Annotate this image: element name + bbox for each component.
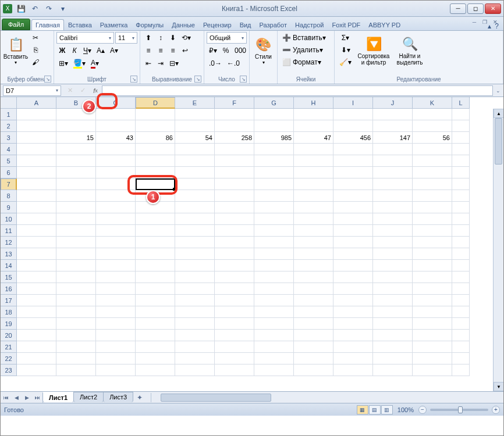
cell-F10[interactable] xyxy=(215,213,254,225)
alignment-launcher[interactable]: ↘ xyxy=(194,76,201,83)
cell-K12[interactable] xyxy=(413,237,452,248)
cell-I7[interactable] xyxy=(333,178,373,190)
scroll-down-button[interactable]: ▼ xyxy=(494,382,503,391)
hscroll-thumb[interactable] xyxy=(161,394,271,402)
cell-L23[interactable] xyxy=(452,364,470,376)
cell-L13[interactable] xyxy=(452,248,470,260)
cell-F2[interactable] xyxy=(215,120,254,132)
cell-K9[interactable] xyxy=(413,202,452,213)
cell-L8[interactable] xyxy=(452,190,470,202)
font-launcher[interactable]: ↘ xyxy=(130,76,137,83)
align-right-button[interactable]: ≡ xyxy=(167,45,179,56)
cell-H8[interactable] xyxy=(294,190,333,202)
cell-D20[interactable] xyxy=(136,330,175,341)
ribbon-tab-2[interactable]: Разметка xyxy=(96,19,132,30)
cell-K14[interactable] xyxy=(413,260,452,271)
cell-D14[interactable] xyxy=(136,260,175,271)
cell-L19[interactable] xyxy=(452,318,470,330)
cell-F6[interactable] xyxy=(215,167,254,178)
cell-L17[interactable] xyxy=(452,295,470,306)
cell-G7[interactable] xyxy=(254,178,294,190)
cell-J2[interactable] xyxy=(373,120,413,132)
ribbon-tab-6[interactable]: Вид xyxy=(236,19,255,30)
cell-I1[interactable] xyxy=(333,109,373,120)
cell-C17[interactable] xyxy=(96,295,136,306)
cell-L14[interactable] xyxy=(452,260,470,271)
cell-H16[interactable] xyxy=(294,283,333,295)
cell-D22[interactable] xyxy=(136,353,175,364)
cell-F22[interactable] xyxy=(215,353,254,364)
cell-B23[interactable] xyxy=(56,364,96,376)
cell-A10[interactable] xyxy=(17,213,56,225)
cell-E21[interactable] xyxy=(175,341,215,353)
cell-F20[interactable] xyxy=(215,330,254,341)
cell-K8[interactable] xyxy=(413,190,452,202)
cancel-formula-button[interactable]: ✕ xyxy=(63,85,76,96)
row-header-5[interactable]: 5 xyxy=(1,155,17,167)
comma-button[interactable]: 000 xyxy=(232,45,249,56)
zoom-level[interactable]: 100% xyxy=(397,406,414,413)
ribbon-tab-7[interactable]: Разработ xyxy=(255,19,291,30)
cell-K16[interactable] xyxy=(413,283,452,295)
cell-L2[interactable] xyxy=(452,120,470,132)
col-header-K[interactable]: K xyxy=(413,97,452,109)
ribbon-tab-3[interactable]: Формулы xyxy=(132,19,168,30)
ribbon-tab-0[interactable]: Главная xyxy=(31,19,64,30)
cell-G9[interactable] xyxy=(254,202,294,213)
cell-A23[interactable] xyxy=(17,364,56,376)
cell-G17[interactable] xyxy=(254,295,294,306)
decrease-indent-button[interactable]: ⇤ xyxy=(143,58,154,69)
cell-H14[interactable] xyxy=(294,260,333,271)
increase-indent-button[interactable]: ⇥ xyxy=(155,58,166,69)
enter-formula-button[interactable]: ✓ xyxy=(76,85,89,96)
cell-I11[interactable] xyxy=(333,225,373,237)
merge-button[interactable]: ⊟▾ xyxy=(167,58,181,69)
cell-A16[interactable] xyxy=(17,283,56,295)
cell-A17[interactable] xyxy=(17,295,56,306)
cell-E6[interactable] xyxy=(175,167,215,178)
row-header-8[interactable]: 8 xyxy=(1,190,17,202)
align-center-button[interactable]: ≡ xyxy=(155,45,166,56)
mdi-minimize[interactable]: ─ xyxy=(470,18,479,26)
row-header-11[interactable]: 11 xyxy=(1,225,17,237)
cell-G19[interactable] xyxy=(254,318,294,330)
ribbon-tab-5[interactable]: Рецензир xyxy=(199,19,236,30)
cell-A15[interactable] xyxy=(17,271,56,283)
cell-D17[interactable] xyxy=(136,295,175,306)
cell-K18[interactable] xyxy=(413,306,452,318)
cell-B5[interactable] xyxy=(56,155,96,167)
cell-G21[interactable] xyxy=(254,341,294,353)
cell-C21[interactable] xyxy=(96,341,136,353)
cell-E18[interactable] xyxy=(175,306,215,318)
sheet-prev-button[interactable]: ◀ xyxy=(11,392,22,403)
cell-I19[interactable] xyxy=(333,318,373,330)
cell-F15[interactable] xyxy=(215,271,254,283)
col-header-F[interactable]: F xyxy=(215,97,254,109)
cell-I15[interactable] xyxy=(333,271,373,283)
cell-B21[interactable] xyxy=(56,341,96,353)
cell-J7[interactable] xyxy=(373,178,413,190)
styles-button[interactable]: 🎨 Стили ▾ xyxy=(252,32,275,70)
cell-L4[interactable] xyxy=(452,144,470,155)
zoom-slider[interactable] xyxy=(430,409,488,411)
cell-A5[interactable] xyxy=(17,155,56,167)
row-header-12[interactable]: 12 xyxy=(1,237,17,248)
cell-A22[interactable] xyxy=(17,353,56,364)
cell-I10[interactable] xyxy=(333,213,373,225)
cell-D15[interactable] xyxy=(136,271,175,283)
cell-H9[interactable] xyxy=(294,202,333,213)
col-header-A[interactable]: A xyxy=(17,97,56,109)
col-header-G[interactable]: G xyxy=(254,97,294,109)
row-header-17[interactable]: 17 xyxy=(1,295,17,306)
cell-J8[interactable] xyxy=(373,190,413,202)
wrap-text-button[interactable]: ↩ xyxy=(179,45,191,56)
cell-B4[interactable] xyxy=(56,144,96,155)
cell-I9[interactable] xyxy=(333,202,373,213)
cell-A6[interactable] xyxy=(17,167,56,178)
file-tab[interactable]: Файл xyxy=(2,19,30,30)
cell-A18[interactable] xyxy=(17,306,56,318)
cell-H22[interactable] xyxy=(294,353,333,364)
cell-A2[interactable] xyxy=(17,120,56,132)
cell-D13[interactable] xyxy=(136,248,175,260)
cell-E7[interactable] xyxy=(175,178,215,190)
